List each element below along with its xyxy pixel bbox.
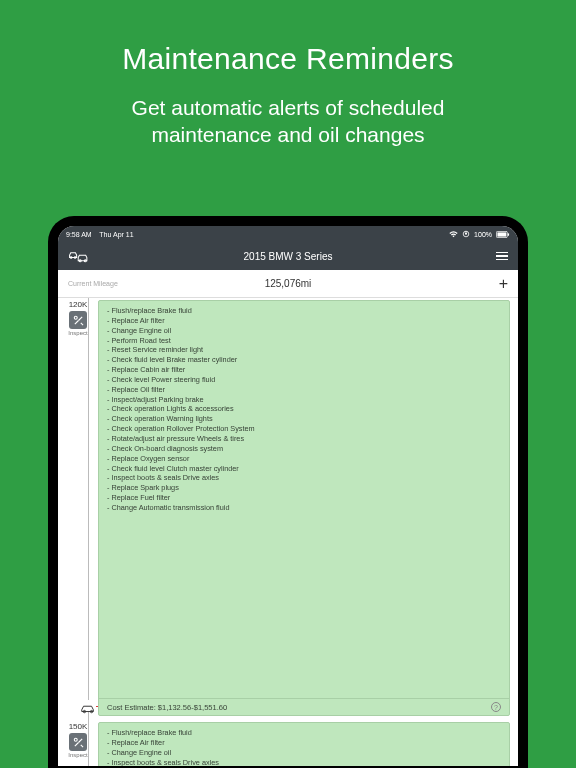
- add-button[interactable]: +: [499, 275, 508, 293]
- promo-title: Maintenance Reminders: [0, 0, 576, 76]
- svg-point-9: [74, 316, 77, 319]
- service-item: - Reset Service reminder light: [107, 345, 501, 355]
- cars-icon: [68, 249, 90, 263]
- milestone-150k[interactable]: 150K Inspect: [58, 722, 98, 758]
- service-item: - Flush/replace Brake fluid: [107, 728, 501, 738]
- cost-estimate-row: Cost Estimate: $1,132.56-$1,551.60 ?: [99, 698, 509, 715]
- hamburger-icon: [496, 252, 508, 261]
- status-date: Thu Apr 11: [99, 231, 133, 238]
- milestone-label: 120K: [58, 300, 98, 309]
- inspect-icon: [69, 311, 87, 329]
- service-item: - Check fluid level Clutch master cylind…: [107, 464, 501, 474]
- service-item: - Rotate/adjust air pressure Wheels & ti…: [107, 434, 501, 444]
- service-item: - Inspect/adjust Parking brake: [107, 395, 501, 405]
- service-item: - Inspect boots & seals Drive axles: [107, 473, 501, 483]
- service-item: - Check operation Warning lights: [107, 414, 501, 424]
- promo-subtitle-line1: Get automatic alerts of scheduled: [132, 96, 445, 119]
- milestone-tag: Inspect: [58, 752, 98, 758]
- service-item: - Replace Fuel filter: [107, 493, 501, 503]
- page-title: 2015 BMW 3 Series: [244, 251, 333, 262]
- timeline-gutter: 120K Inspect 150K: [58, 298, 98, 766]
- service-card-120k[interactable]: - Flush/replace Brake fluid- Replace Air…: [98, 300, 510, 716]
- service-item: - Replace Air filter: [107, 738, 501, 748]
- mileage-label: Current Mileage: [68, 280, 118, 287]
- help-icon[interactable]: ?: [491, 702, 501, 712]
- service-item: - Flush/replace Brake fluid: [107, 306, 501, 316]
- vehicle-switcher-button[interactable]: [68, 249, 108, 263]
- battery-percent: 100%: [474, 231, 492, 238]
- cards-area: - Flush/replace Brake fluid- Replace Air…: [98, 298, 518, 766]
- service-item: - Check operation Lights & accessories: [107, 404, 501, 414]
- service-item: - Check level Power steering fluid: [107, 375, 501, 385]
- service-card-items: - Flush/replace Brake fluid- Replace Air…: [99, 723, 509, 766]
- svg-rect-3: [497, 232, 506, 236]
- nav-bar: 2015 BMW 3 Series: [58, 242, 518, 270]
- mileage-value[interactable]: 125,076mi: [68, 278, 508, 289]
- svg-rect-4: [508, 233, 509, 236]
- car-marker-icon: [80, 700, 96, 712]
- status-right: 100%: [449, 230, 510, 238]
- milestone-label: 150K: [58, 722, 98, 731]
- svg-point-12: [74, 738, 77, 741]
- battery-icon: [496, 231, 510, 238]
- service-item: - Change Engine oil: [107, 326, 501, 336]
- promo-background: Maintenance Reminders Get automatic aler…: [0, 0, 576, 768]
- service-item: - Replace Cabin air filter: [107, 365, 501, 375]
- mileage-row: Current Mileage 125,076mi +: [58, 270, 518, 298]
- app-screen: 9:58 AM Thu Apr 11 100%: [58, 226, 518, 766]
- service-item: - Perform Road test: [107, 336, 501, 346]
- wifi-icon: [449, 231, 458, 238]
- service-card-150k[interactable]: - Flush/replace Brake fluid- Replace Air…: [98, 722, 510, 766]
- service-item: - Replace Air filter: [107, 316, 501, 326]
- service-item: - Replace Oxygen sensor: [107, 454, 501, 464]
- service-item: - Change Automatic transmission fluid: [107, 503, 501, 513]
- service-item: - Replace Oil filter: [107, 385, 501, 395]
- timeline[interactable]: 120K Inspect 150K: [58, 298, 518, 766]
- svg-rect-1: [465, 233, 467, 235]
- milestone-tag: Inspect: [58, 330, 98, 336]
- service-item: - Check fluid level Brake master cylinde…: [107, 355, 501, 365]
- status-bar: 9:58 AM Thu Apr 11 100%: [58, 226, 518, 242]
- status-time: 9:58 AM: [66, 231, 92, 238]
- inspect-icon: [69, 733, 87, 751]
- menu-button[interactable]: [468, 252, 508, 261]
- service-card-items: - Flush/replace Brake fluid- Replace Air…: [99, 301, 509, 516]
- promo-subtitle-line2: maintenance and oil changes: [151, 123, 424, 146]
- status-left: 9:58 AM Thu Apr 11: [66, 231, 134, 238]
- service-item: - Change Engine oil: [107, 748, 501, 758]
- timeline-line: [88, 298, 89, 766]
- promo-subtitle: Get automatic alerts of scheduled mainte…: [0, 94, 576, 149]
- service-item: - Inspect boots & seals Drive axles: [107, 758, 501, 766]
- rotation-lock-icon: [462, 230, 470, 238]
- service-item: - Replace Spark plugs: [107, 483, 501, 493]
- cost-estimate-text: Cost Estimate: $1,132.56-$1,551.60: [107, 703, 227, 712]
- service-item: - Check operation Rollover Protection Sy…: [107, 424, 501, 434]
- service-item: - Check On-board diagnosis system: [107, 444, 501, 454]
- device-frame: 9:58 AM Thu Apr 11 100%: [48, 216, 528, 768]
- milestone-120k[interactable]: 120K Inspect: [58, 300, 98, 336]
